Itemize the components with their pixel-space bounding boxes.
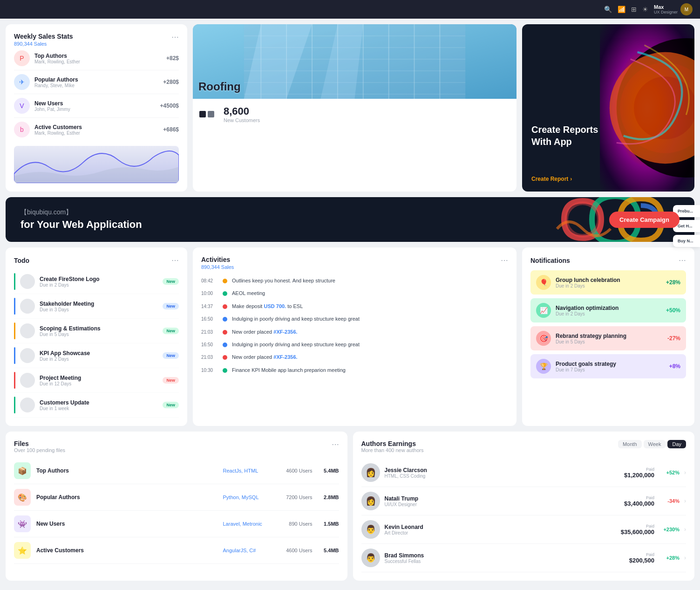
todo-menu[interactable]: ⋯ xyxy=(171,256,179,265)
activity-link[interactable]: #XF-2356. xyxy=(273,329,297,335)
earnings-card: Authors Earnings More than 400 new autho… xyxy=(353,432,695,581)
file-item[interactable]: 📦 Top Authors ReactJs, HTML 4600 Users 5… xyxy=(14,458,339,484)
file-icon: 👾 xyxy=(14,515,31,532)
chevron-right-icon: › xyxy=(684,555,686,561)
todo-info: Project Meeting Due in 12 Days xyxy=(40,375,158,386)
todo-info: Stakeholder Meeting Due in 3 Days xyxy=(40,301,158,312)
todo-item[interactable]: Project Meeting Due in 12 Days New xyxy=(14,368,179,393)
file-item[interactable]: ⭐ Active Customers AngularJS, C# 4600 Us… xyxy=(14,537,339,564)
grid-icon[interactable]: ⊞ xyxy=(631,6,637,13)
user-role: UX Designer xyxy=(654,10,678,14)
main-content: Weekly Sales Stats 890,344 Sales ⋯ P Top… xyxy=(0,19,700,586)
notif-due: Due in 5 Days xyxy=(556,339,663,344)
user-profile[interactable]: Max UX Designer M xyxy=(654,3,693,15)
activity-time: 10:00 xyxy=(201,291,218,296)
author-avatar: 👨 xyxy=(361,520,380,539)
stat-names: Mark, Rowling, Esther xyxy=(34,59,162,64)
author-item[interactable]: 👨 Kevin Leonard Art Director Paid $35,60… xyxy=(361,515,686,544)
file-users: 7200 Users xyxy=(280,494,313,500)
roofing-card: Roofing 8,600 New Customers xyxy=(193,24,517,192)
filter-button-week[interactable]: Week xyxy=(644,440,666,448)
filter-button-month[interactable]: Month xyxy=(618,440,642,448)
stat-names: John, Pat, Jimmy xyxy=(34,107,156,112)
notification-item[interactable]: 🏆 Product goals strategy Due in 7 Days +… xyxy=(530,354,686,378)
topbar: 🔍 📶 ⊞ ☀ Max UX Designer M xyxy=(0,0,700,19)
create-campaign-button[interactable]: Create Campaign xyxy=(609,212,680,228)
file-tech: Python, MySQL xyxy=(223,494,274,500)
activities-menu[interactable]: ⋯ xyxy=(501,256,508,265)
todo-due: Due in 2 Days xyxy=(40,357,158,362)
author-earnings: Paid $3,400,000 xyxy=(624,495,654,507)
todo-item[interactable]: Stakeholder Meeting Due in 3 Days New xyxy=(14,294,179,319)
reports-title: Create Reports With App xyxy=(531,123,685,148)
filter-button-day[interactable]: Day xyxy=(667,440,686,448)
file-item[interactable]: 👾 New Users Laravel, Metronic 890 Users … xyxy=(14,511,339,537)
stat-info: New Users John, Pat, Jimmy xyxy=(34,100,156,112)
new-customers-value: 8,600 xyxy=(224,105,260,117)
stat-info: Top Authors Mark, Rowling, Esther xyxy=(34,53,162,64)
file-label: New Users xyxy=(36,521,217,527)
activity-time: 16:50 xyxy=(201,342,218,347)
chevron-right-icon: › xyxy=(684,526,686,533)
stat-value: +4500$ xyxy=(160,103,179,109)
file-users: 4600 Users xyxy=(280,548,313,553)
todo-item[interactable]: Scoping & Estimations Due in 5 Days New xyxy=(14,319,179,343)
todo-item[interactable]: Create FireStone Logo Due in 2 Days New xyxy=(14,269,179,294)
todo-item-title: Scoping & Estimations xyxy=(40,325,158,332)
theme-icon[interactable]: ☀ xyxy=(642,6,648,13)
activities-card: Activities 890,344 Sales ⋯ 08:42 Outline… xyxy=(193,247,517,426)
file-item[interactable]: 🎨 Popular Authors Python, MySQL 7200 Use… xyxy=(14,484,339,511)
weekly-sales-card: Weekly Sales Stats 890,344 Sales ⋯ P Top… xyxy=(6,24,187,192)
file-icon: ⭐ xyxy=(14,542,31,559)
todo-item[interactable]: KPI App Showcase Due in 2 Days New xyxy=(14,343,179,368)
author-amount: $3,400,000 xyxy=(624,500,654,507)
todo-due: Due in 2 Days xyxy=(40,282,158,288)
activity-text: Outlines keep you honest. And keep struc… xyxy=(232,277,335,284)
activity-item: 10:00 AEOL meeting xyxy=(201,287,508,300)
todo-title: Todo xyxy=(14,257,29,264)
create-report-link[interactable]: Create Report › xyxy=(531,176,685,182)
author-paid-label: Paid xyxy=(624,467,654,472)
avatar[interactable]: M xyxy=(680,3,693,15)
todo-badge: New xyxy=(163,377,179,384)
todo-bar xyxy=(14,273,15,290)
search-icon[interactable]: 🔍 xyxy=(604,6,612,13)
author-item[interactable]: 👨 Brad Simmons Successful Fellas Paid $2… xyxy=(361,544,686,572)
todo-due: Due in 12 Days xyxy=(40,381,158,386)
activity-link[interactable]: #XF-2356. xyxy=(273,354,297,360)
earnings-subtitle: More than 400 new authors xyxy=(361,447,424,453)
notification-item[interactable]: 📈 Navigation optimization Due in 2 Days … xyxy=(530,298,686,322)
files-menu[interactable]: ⋯ xyxy=(332,440,339,449)
author-item[interactable]: 👩 Natali Trump UI/UX Designer Paid $3,40… xyxy=(361,487,686,515)
author-change: -34% xyxy=(659,498,680,504)
notification-item[interactable]: 🎈 Group lunch celebration Due in 2 Days … xyxy=(530,270,686,295)
notif-title: Product goals strategy xyxy=(556,361,665,367)
activity-link[interactable]: USD 700. xyxy=(264,303,286,309)
todo-item[interactable]: Customers Update Due in 1 week New xyxy=(14,393,179,418)
author-role: HTML, CSS Coding xyxy=(385,473,619,479)
todo-item-title: Create FireStone Logo xyxy=(40,276,158,282)
file-label: Top Authors xyxy=(36,467,217,474)
author-change: +52% xyxy=(659,470,680,475)
notif-info: Navigation optimization Due in 2 Days xyxy=(556,305,661,316)
author-role: Successful Fellas xyxy=(385,559,625,564)
author-avatar: 👩 xyxy=(361,463,380,482)
notif-value: -27% xyxy=(667,335,680,342)
notifications-menu[interactable]: ⋯ xyxy=(679,256,686,265)
activity-dot xyxy=(223,343,227,347)
notif-info: Product goals strategy Due in 7 Days xyxy=(556,361,665,372)
author-item[interactable]: 👩 Jessie Clarcson HTML, CSS Coding Paid … xyxy=(361,459,686,487)
weekly-sales-menu[interactable]: ⋯ xyxy=(171,33,179,41)
notif-info: Rebrand strategy planning Due in 5 Days xyxy=(556,333,663,344)
earnings-filters: MonthWeekDay xyxy=(618,440,686,448)
activity-item: 10:30 Finance KPI Mobile app launch prep… xyxy=(201,364,508,377)
notif-title: Navigation optimization xyxy=(556,305,661,311)
stat-icon: V xyxy=(14,98,30,114)
stat-value: +686$ xyxy=(163,126,179,133)
todo-due: Due in 3 Days xyxy=(40,307,158,312)
activity-text: Indulging in poorly driving and keep str… xyxy=(232,341,360,348)
notification-item[interactable]: 🎯 Rebrand strategy planning Due in 5 Day… xyxy=(530,326,686,350)
hint-buyn[interactable]: Buy N... xyxy=(673,235,700,247)
notif-icon: 🏆 xyxy=(536,359,551,374)
author-earnings: Paid $35,600,000 xyxy=(621,524,654,535)
